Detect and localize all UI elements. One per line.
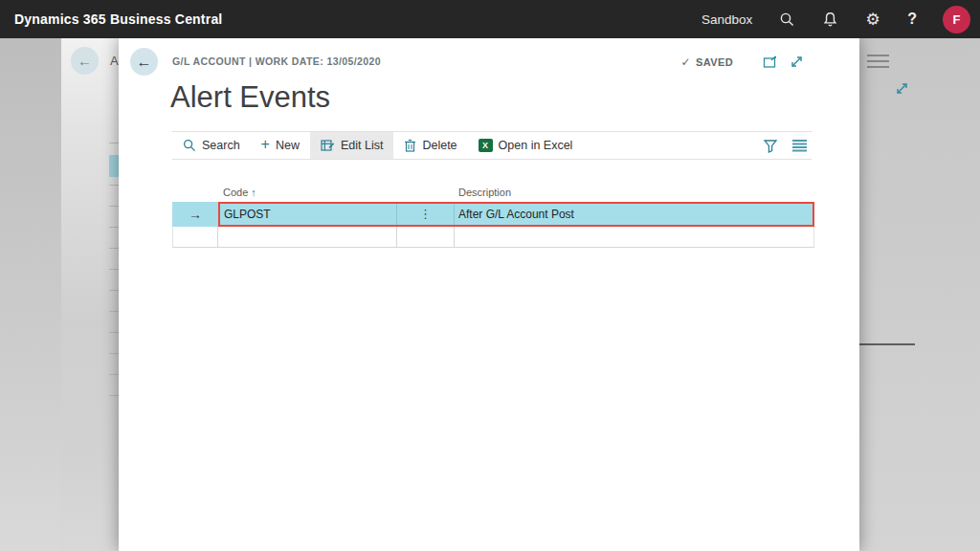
open-in-excel-button[interactable]: X Open in Excel (468, 132, 584, 159)
hamburger-menu-icon (867, 55, 889, 72)
row-selector-cell[interactable] (173, 227, 218, 247)
back-arrow-icon: ← (137, 54, 152, 71)
code-cell[interactable] (218, 227, 397, 247)
list-view-icon[interactable] (791, 139, 808, 152)
background-back-icon: ← (71, 47, 99, 75)
screen: Dynamics 365 Business Central Sandbox ⚙ … (0, 0, 980, 551)
top-app-bar: Dynamics 365 Business Central Sandbox ⚙ … (0, 0, 980, 38)
environment-label[interactable]: Sandbox (702, 12, 752, 27)
table-row[interactable] (172, 227, 814, 248)
new-button[interactable]: + New (251, 132, 310, 159)
table-row[interactable]: → GLPOST ⋮ After G/L Account Post (172, 202, 814, 227)
search-icon[interactable] (778, 11, 795, 28)
new-label: New (276, 139, 300, 152)
delete-button[interactable]: Delete (393, 132, 467, 159)
search-label: Search (202, 139, 240, 152)
save-status-label: SAVED (696, 56, 733, 68)
highlight-annotation-box: GLPOST ⋮ After G/L Account Post (218, 202, 814, 227)
description-cell[interactable] (455, 227, 814, 247)
edit-list-label: Edit List (341, 139, 383, 152)
filter-icon[interactable] (763, 139, 778, 153)
ellipsis-icon: ⋮ (419, 209, 432, 219)
background-layer-right (859, 38, 980, 551)
background-expand-icon (895, 81, 909, 99)
alert-events-table: Code ↑ Description → GLPOST ⋮ After G/L … (172, 182, 814, 248)
current-row-arrow-icon: → (189, 207, 202, 222)
expand-dialog-icon[interactable] (790, 55, 804, 69)
table-header-row: Code ↑ Description (172, 182, 814, 202)
search-icon (183, 139, 196, 152)
back-arrow-icon: ← (78, 53, 92, 69)
row-options-cell[interactable] (397, 227, 455, 247)
topbar-actions: Sandbox ⚙ ? F (702, 0, 980, 38)
help-icon[interactable]: ? (907, 11, 917, 28)
open-in-new-window-icon[interactable] (763, 55, 777, 69)
back-button[interactable]: ← (130, 48, 158, 76)
notifications-bell-icon[interactable] (821, 11, 838, 28)
search-button[interactable]: Search (172, 132, 251, 159)
background-layer-2: ← A (61, 38, 119, 551)
row-selector-cell[interactable]: → (172, 202, 218, 227)
save-status: ✓ SAVED (680, 55, 733, 69)
row-options-cell[interactable]: ⋮ (397, 204, 455, 225)
excel-icon: X (479, 139, 493, 152)
description-column-header[interactable]: Description (455, 187, 814, 198)
edit-list-button[interactable]: Edit List (310, 132, 393, 159)
delete-trash-icon (404, 139, 416, 152)
alert-events-dialog: ← G/L ACCOUNT | WORK DATE: 13/05/2020 ✓ … (119, 38, 859, 551)
toolbar-right-icons (763, 139, 812, 153)
dialog-header-actions: ✓ SAVED (680, 55, 804, 69)
edit-list-icon (321, 139, 335, 152)
code-cell[interactable]: GLPOST (220, 204, 397, 225)
description-cell[interactable]: After G/L Account Post (455, 204, 813, 225)
settings-gear-icon[interactable]: ⚙ (864, 11, 881, 28)
background-layer-1 (0, 38, 61, 551)
action-toolbar: Search + New Edit List Delete (172, 131, 812, 160)
stage: ← A ← G/L ACCOUNT | WORK DATE: 13/05/202… (0, 38, 980, 551)
check-icon: ✓ (680, 55, 690, 69)
app-title[interactable]: Dynamics 365 Business Central (14, 11, 222, 27)
open-excel-label: Open in Excel (499, 139, 573, 152)
delete-label: Delete (422, 139, 457, 152)
background-divider (859, 343, 915, 345)
toolbar-actions: Search + New Edit List Delete (172, 132, 583, 159)
code-column-header[interactable]: Code ↑ (218, 187, 397, 198)
plus-icon: + (261, 137, 270, 152)
page-title: Alert Events (170, 80, 330, 115)
background-page-title-fragment: A (110, 54, 119, 68)
avatar[interactable]: F (943, 6, 970, 33)
breadcrumb[interactable]: G/L ACCOUNT | WORK DATE: 13/05/2020 (172, 55, 381, 67)
background-selected-row (109, 155, 119, 177)
